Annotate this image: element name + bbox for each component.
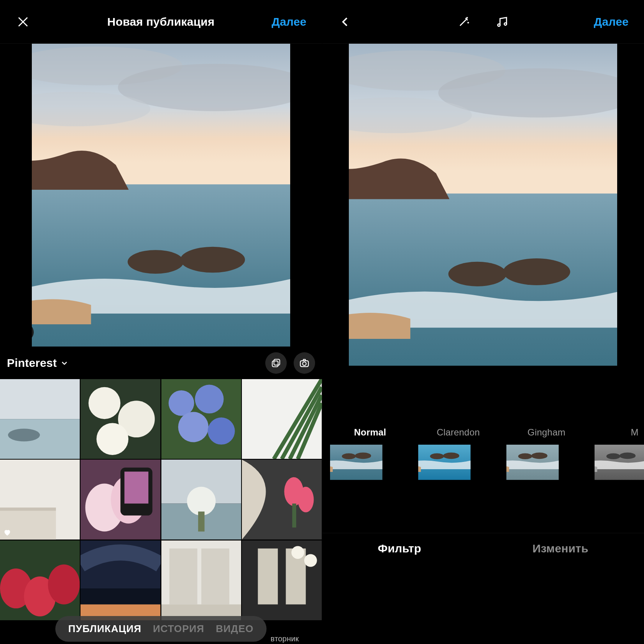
gallery-thumb[interactable]	[161, 379, 241, 459]
album-picker-row: Pinterest	[0, 347, 322, 379]
filter-label: Normal	[330, 427, 411, 438]
gallery-thumb[interactable]	[0, 540, 80, 620]
gallery-thumb[interactable]	[80, 540, 160, 620]
svg-rect-58	[258, 549, 278, 605]
camera-icon[interactable]	[294, 352, 315, 374]
gallery-thumb[interactable]	[161, 540, 241, 620]
page-title: Новая публикация	[107, 15, 215, 28]
svg-point-49	[48, 564, 80, 604]
preview-image[interactable]	[349, 44, 617, 366]
gallery-thumb[interactable]	[0, 460, 80, 539]
gallery-thumb[interactable]	[242, 460, 322, 539]
svg-rect-41	[198, 512, 205, 532]
gallery-thumb[interactable]	[80, 379, 160, 459]
mode-publication[interactable]: ПУБЛИКАЦИЯ	[68, 623, 141, 635]
svg-point-63	[504, 23, 507, 25]
gallery-thumb[interactable]	[80, 460, 160, 539]
gallery-grid	[0, 379, 322, 620]
next-button[interactable]: Далее	[594, 15, 629, 28]
svg-rect-13	[274, 359, 279, 365]
svg-point-62	[498, 24, 500, 26]
edit-tabs: Фильтр Изменить	[322, 533, 644, 564]
svg-point-44	[298, 487, 314, 513]
filter-normal[interactable]: Normal	[330, 427, 411, 525]
svg-rect-57	[242, 540, 322, 620]
tab-filter[interactable]: Фильтр	[378, 542, 421, 555]
magic-wand-icon[interactable]	[456, 14, 472, 30]
chevron-left-icon[interactable]	[338, 14, 353, 30]
svg-point-23	[97, 423, 128, 455]
svg-point-28	[208, 417, 235, 445]
filter-clarendon[interactable]: Clarendon	[418, 427, 499, 525]
music-icon[interactable]	[495, 14, 510, 30]
svg-rect-17	[0, 379, 80, 419]
album-selector[interactable]: Pinterest	[7, 356, 68, 370]
mode-subcaption: вторник	[271, 634, 299, 643]
filter-label: Gingham	[506, 427, 587, 438]
next-button[interactable]: Далее	[271, 15, 306, 28]
svg-rect-45	[292, 504, 296, 528]
gallery-thumb[interactable]	[242, 540, 322, 620]
svg-rect-55	[201, 549, 229, 605]
filters: Normal Clarendon Gingham M	[322, 427, 644, 533]
filter-label: M	[595, 427, 644, 438]
mode-video[interactable]: ВИДЕО	[216, 623, 254, 635]
svg-point-61	[304, 554, 317, 567]
tab-edit[interactable]: Изменить	[532, 542, 588, 555]
gallery-thumb[interactable]	[0, 379, 80, 459]
album-name: Pinterest	[7, 356, 57, 370]
svg-point-19	[8, 429, 40, 441]
multi-select-icon[interactable]	[265, 352, 287, 374]
header-right: Далее	[322, 0, 644, 44]
svg-point-27	[178, 412, 209, 442]
svg-rect-14	[272, 361, 278, 366]
svg-point-60	[291, 546, 304, 559]
filter-moon[interactable]: M	[595, 427, 644, 525]
svg-point-40	[187, 487, 215, 516]
gallery-thumb[interactable]	[242, 379, 322, 459]
preview-image[interactable]	[32, 44, 290, 347]
gallery-thumb[interactable]	[161, 460, 241, 539]
close-icon[interactable]	[15, 14, 31, 30]
svg-rect-37	[125, 472, 149, 504]
filter-label: Clarendon	[418, 427, 499, 438]
mode-pill: ПУБЛИКАЦИЯ ИСТОРИЯ ВИДЕО	[55, 616, 266, 642]
header-left: Новая публикация Далее	[0, 0, 322, 44]
svg-point-21	[89, 387, 120, 419]
svg-point-16	[302, 362, 306, 365]
mode-story[interactable]: ИСТОРИЯ	[153, 623, 204, 635]
svg-rect-54	[169, 549, 197, 605]
chevron-down-icon	[61, 359, 68, 367]
svg-point-26	[195, 385, 223, 414]
svg-point-25	[169, 390, 194, 416]
heart-icon	[3, 528, 12, 537]
filter-gingham[interactable]: Gingham	[506, 427, 587, 525]
svg-rect-32	[0, 508, 56, 511]
